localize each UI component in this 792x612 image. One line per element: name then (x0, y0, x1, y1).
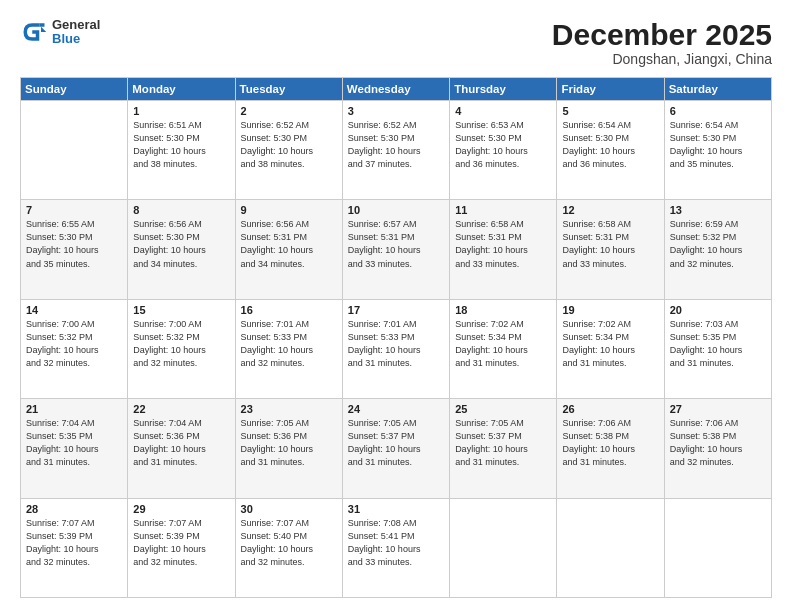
day-info: Sunrise: 6:54 AM Sunset: 5:30 PM Dayligh… (562, 119, 658, 171)
table-row: 18Sunrise: 7:02 AM Sunset: 5:34 PM Dayli… (450, 299, 557, 398)
day-info: Sunrise: 7:00 AM Sunset: 5:32 PM Dayligh… (26, 318, 122, 370)
table-row: 14Sunrise: 7:00 AM Sunset: 5:32 PM Dayli… (21, 299, 128, 398)
table-row: 7Sunrise: 6:55 AM Sunset: 5:30 PM Daylig… (21, 200, 128, 299)
day-info: Sunrise: 7:04 AM Sunset: 5:36 PM Dayligh… (133, 417, 229, 469)
table-row: 8Sunrise: 6:56 AM Sunset: 5:30 PM Daylig… (128, 200, 235, 299)
day-number: 1 (133, 105, 229, 117)
day-info: Sunrise: 6:51 AM Sunset: 5:30 PM Dayligh… (133, 119, 229, 171)
header-friday: Friday (557, 78, 664, 101)
day-number: 23 (241, 403, 337, 415)
table-row (664, 498, 771, 597)
table-row: 10Sunrise: 6:57 AM Sunset: 5:31 PM Dayli… (342, 200, 449, 299)
day-number: 8 (133, 204, 229, 216)
table-row: 26Sunrise: 7:06 AM Sunset: 5:38 PM Dayli… (557, 399, 664, 498)
day-number: 21 (26, 403, 122, 415)
day-info: Sunrise: 7:07 AM Sunset: 5:40 PM Dayligh… (241, 517, 337, 569)
day-number: 30 (241, 503, 337, 515)
day-number: 19 (562, 304, 658, 316)
calendar-header-row: Sunday Monday Tuesday Wednesday Thursday… (21, 78, 772, 101)
table-row: 17Sunrise: 7:01 AM Sunset: 5:33 PM Dayli… (342, 299, 449, 398)
day-info: Sunrise: 7:05 AM Sunset: 5:37 PM Dayligh… (455, 417, 551, 469)
day-info: Sunrise: 6:59 AM Sunset: 5:32 PM Dayligh… (670, 218, 766, 270)
table-row: 28Sunrise: 7:07 AM Sunset: 5:39 PM Dayli… (21, 498, 128, 597)
day-info: Sunrise: 7:08 AM Sunset: 5:41 PM Dayligh… (348, 517, 444, 569)
day-info: Sunrise: 7:01 AM Sunset: 5:33 PM Dayligh… (241, 318, 337, 370)
table-row: 5Sunrise: 6:54 AM Sunset: 5:30 PM Daylig… (557, 101, 664, 200)
day-info: Sunrise: 7:03 AM Sunset: 5:35 PM Dayligh… (670, 318, 766, 370)
table-row: 6Sunrise: 6:54 AM Sunset: 5:30 PM Daylig… (664, 101, 771, 200)
table-row: 21Sunrise: 7:04 AM Sunset: 5:35 PM Dayli… (21, 399, 128, 498)
day-info: Sunrise: 6:58 AM Sunset: 5:31 PM Dayligh… (455, 218, 551, 270)
table-row: 3Sunrise: 6:52 AM Sunset: 5:30 PM Daylig… (342, 101, 449, 200)
header: General Blue December 2025 Dongshan, Jia… (20, 18, 772, 67)
day-info: Sunrise: 6:57 AM Sunset: 5:31 PM Dayligh… (348, 218, 444, 270)
day-number: 2 (241, 105, 337, 117)
day-number: 24 (348, 403, 444, 415)
logo-text: General Blue (52, 18, 100, 47)
logo-blue-text: Blue (52, 32, 100, 46)
day-info: Sunrise: 6:56 AM Sunset: 5:31 PM Dayligh… (241, 218, 337, 270)
title-block: December 2025 Dongshan, Jiangxi, China (552, 18, 772, 67)
day-number: 13 (670, 204, 766, 216)
logo-general-text: General (52, 18, 100, 32)
day-info: Sunrise: 7:02 AM Sunset: 5:34 PM Dayligh… (562, 318, 658, 370)
calendar-week-5: 28Sunrise: 7:07 AM Sunset: 5:39 PM Dayli… (21, 498, 772, 597)
table-row: 25Sunrise: 7:05 AM Sunset: 5:37 PM Dayli… (450, 399, 557, 498)
day-info: Sunrise: 6:58 AM Sunset: 5:31 PM Dayligh… (562, 218, 658, 270)
calendar-week-3: 14Sunrise: 7:00 AM Sunset: 5:32 PM Dayli… (21, 299, 772, 398)
day-number: 17 (348, 304, 444, 316)
table-row: 27Sunrise: 7:06 AM Sunset: 5:38 PM Dayli… (664, 399, 771, 498)
day-number: 6 (670, 105, 766, 117)
day-number: 28 (26, 503, 122, 515)
day-number: 10 (348, 204, 444, 216)
day-info: Sunrise: 6:56 AM Sunset: 5:30 PM Dayligh… (133, 218, 229, 270)
day-info: Sunrise: 7:01 AM Sunset: 5:33 PM Dayligh… (348, 318, 444, 370)
day-number: 15 (133, 304, 229, 316)
header-monday: Monday (128, 78, 235, 101)
table-row: 1Sunrise: 6:51 AM Sunset: 5:30 PM Daylig… (128, 101, 235, 200)
day-number: 11 (455, 204, 551, 216)
month-year: December 2025 (552, 18, 772, 51)
table-row (557, 498, 664, 597)
day-number: 14 (26, 304, 122, 316)
location: Dongshan, Jiangxi, China (552, 51, 772, 67)
day-info: Sunrise: 7:02 AM Sunset: 5:34 PM Dayligh… (455, 318, 551, 370)
table-row: 2Sunrise: 6:52 AM Sunset: 5:30 PM Daylig… (235, 101, 342, 200)
day-info: Sunrise: 7:07 AM Sunset: 5:39 PM Dayligh… (133, 517, 229, 569)
calendar-table: Sunday Monday Tuesday Wednesday Thursday… (20, 77, 772, 598)
day-info: Sunrise: 7:04 AM Sunset: 5:35 PM Dayligh… (26, 417, 122, 469)
day-number: 22 (133, 403, 229, 415)
header-thursday: Thursday (450, 78, 557, 101)
day-number: 29 (133, 503, 229, 515)
day-info: Sunrise: 6:55 AM Sunset: 5:30 PM Dayligh… (26, 218, 122, 270)
day-number: 5 (562, 105, 658, 117)
day-number: 4 (455, 105, 551, 117)
day-number: 31 (348, 503, 444, 515)
table-row: 13Sunrise: 6:59 AM Sunset: 5:32 PM Dayli… (664, 200, 771, 299)
table-row: 22Sunrise: 7:04 AM Sunset: 5:36 PM Dayli… (128, 399, 235, 498)
table-row: 9Sunrise: 6:56 AM Sunset: 5:31 PM Daylig… (235, 200, 342, 299)
table-row: 24Sunrise: 7:05 AM Sunset: 5:37 PM Dayli… (342, 399, 449, 498)
calendar-week-4: 21Sunrise: 7:04 AM Sunset: 5:35 PM Dayli… (21, 399, 772, 498)
header-tuesday: Tuesday (235, 78, 342, 101)
table-row: 15Sunrise: 7:00 AM Sunset: 5:32 PM Dayli… (128, 299, 235, 398)
table-row: 4Sunrise: 6:53 AM Sunset: 5:30 PM Daylig… (450, 101, 557, 200)
day-info: Sunrise: 7:05 AM Sunset: 5:37 PM Dayligh… (348, 417, 444, 469)
header-saturday: Saturday (664, 78, 771, 101)
day-number: 12 (562, 204, 658, 216)
day-number: 18 (455, 304, 551, 316)
day-number: 25 (455, 403, 551, 415)
day-info: Sunrise: 7:05 AM Sunset: 5:36 PM Dayligh… (241, 417, 337, 469)
day-info: Sunrise: 7:06 AM Sunset: 5:38 PM Dayligh… (670, 417, 766, 469)
table-row: 23Sunrise: 7:05 AM Sunset: 5:36 PM Dayli… (235, 399, 342, 498)
day-info: Sunrise: 6:52 AM Sunset: 5:30 PM Dayligh… (241, 119, 337, 171)
table-row: 12Sunrise: 6:58 AM Sunset: 5:31 PM Dayli… (557, 200, 664, 299)
day-number: 16 (241, 304, 337, 316)
logo: General Blue (20, 18, 100, 47)
day-info: Sunrise: 7:07 AM Sunset: 5:39 PM Dayligh… (26, 517, 122, 569)
page: General Blue December 2025 Dongshan, Jia… (0, 0, 792, 612)
day-number: 9 (241, 204, 337, 216)
day-info: Sunrise: 6:52 AM Sunset: 5:30 PM Dayligh… (348, 119, 444, 171)
day-number: 20 (670, 304, 766, 316)
calendar-week-1: 1Sunrise: 6:51 AM Sunset: 5:30 PM Daylig… (21, 101, 772, 200)
